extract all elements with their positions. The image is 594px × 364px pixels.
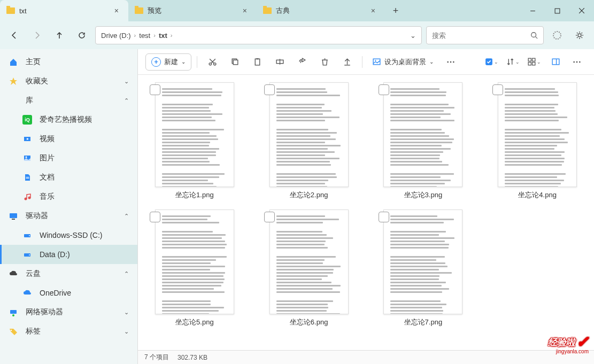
checkbox[interactable] xyxy=(492,84,503,95)
folder-icon xyxy=(6,7,15,14)
checkbox[interactable] xyxy=(264,212,275,222)
sidebar-item-videos[interactable]: 视频 xyxy=(0,129,137,149)
chevron-up-icon[interactable]: ⌃ xyxy=(124,97,129,104)
chevron-down-icon[interactable]: ⌄ xyxy=(124,309,129,316)
checkbox[interactable] xyxy=(379,212,389,222)
file-item[interactable]: 坐忘论7.png xyxy=(374,210,473,327)
sort-icon[interactable]: ⌄ xyxy=(503,53,522,71)
details-pane-icon[interactable] xyxy=(546,53,565,71)
thumbnail[interactable] xyxy=(155,82,234,187)
sidebar-label: 库 xyxy=(26,96,33,105)
sidebar-label: 收藏夹 xyxy=(26,76,48,86)
new-tab-button[interactable]: + xyxy=(385,0,406,21)
close-button[interactable] xyxy=(569,0,594,21)
up-button[interactable] xyxy=(50,26,68,44)
svg-point-34 xyxy=(375,60,376,61)
sidebar-item-drive-d[interactable]: Data (D:) xyxy=(0,245,137,264)
overflow-icon[interactable]: ⋯ xyxy=(567,53,587,71)
more-icon[interactable] xyxy=(337,53,357,71)
chevron-down-icon[interactable]: ⌄ xyxy=(410,32,416,40)
search-input[interactable] xyxy=(432,32,526,40)
thumbnail[interactable] xyxy=(155,210,234,314)
sidebar-item-documents[interactable]: 文档 xyxy=(0,168,137,187)
tabs: txt × 预览 × 古典 × + xyxy=(0,0,520,21)
svg-line-5 xyxy=(536,37,538,39)
sidebar-item-pictures[interactable]: 图片 xyxy=(0,149,137,168)
forward-button[interactable] xyxy=(28,26,46,44)
minimize-button[interactable] xyxy=(520,0,545,21)
chevron-up-icon[interactable]: ⌃ xyxy=(124,213,129,220)
share-icon[interactable] xyxy=(292,53,312,71)
overflow-icon[interactable]: ⋯ xyxy=(441,53,460,71)
breadcrumb[interactable]: Drive (D:) › test › txt › ⌄ xyxy=(95,26,422,44)
close-icon[interactable]: × xyxy=(368,5,379,16)
sidebar-item-cloud[interactable]: 云盘 ⌃ xyxy=(0,264,137,283)
chevron-down-icon: ⌄ xyxy=(181,59,186,65)
file-item[interactable]: 坐忘论4.png xyxy=(488,82,587,200)
copy-icon[interactable] xyxy=(225,53,244,71)
svg-rect-15 xyxy=(10,213,17,218)
sidebar-label: 标签 xyxy=(26,327,41,336)
separator xyxy=(197,56,197,68)
svg-rect-21 xyxy=(10,310,17,314)
sidebar-item-tags[interactable]: 标签 ⌄ xyxy=(0,322,137,341)
thumbnail[interactable] xyxy=(498,82,577,187)
file-item[interactable]: 坐忘论1.png xyxy=(145,82,244,200)
rename-icon[interactable] xyxy=(270,53,289,71)
sidebar-label: 视频 xyxy=(40,134,55,144)
file-item[interactable]: 坐忘论5.png xyxy=(145,210,244,327)
sidebar-item-network[interactable]: 网络驱动器 ⌄ xyxy=(0,303,137,322)
watermark: 经验啦 ✓ jingyanla.com xyxy=(548,335,589,354)
breadcrumb-part[interactable]: test xyxy=(139,32,150,40)
close-icon[interactable]: × xyxy=(111,5,122,16)
sidebar-item-library[interactable]: 库 ⌃ xyxy=(0,91,137,110)
select-icon[interactable]: ⌄ xyxy=(482,53,501,71)
command-bar: + 新建 ⌄ 设为桌面背景 ⌄ ⋯ xyxy=(138,49,594,75)
sidebar-item-drive-c[interactable]: Windows-SSD (C:) xyxy=(0,226,137,245)
checkbox[interactable] xyxy=(379,84,389,95)
set-wallpaper-button[interactable]: 设为桌面背景 ⌄ xyxy=(368,57,438,67)
thumbnail[interactable] xyxy=(383,210,462,314)
sidebar-item-music[interactable]: 音乐 xyxy=(0,187,137,206)
back-button[interactable] xyxy=(5,26,24,44)
search-box[interactable] xyxy=(426,26,544,44)
tab-classic[interactable]: 古典 × xyxy=(257,0,385,21)
thumbnail[interactable] xyxy=(269,82,349,187)
file-name: 坐忘论3.png xyxy=(404,190,443,200)
chevron-up-icon[interactable]: ⌃ xyxy=(124,270,129,277)
svg-rect-39 xyxy=(533,63,535,65)
checkbox[interactable] xyxy=(150,212,160,222)
sidebar-label: 音乐 xyxy=(40,192,55,202)
paste-icon[interactable] xyxy=(248,53,267,71)
file-item[interactable]: 坐忘论6.png xyxy=(260,210,358,327)
sidebar-item-favorites[interactable]: 收藏夹 ⌄ xyxy=(0,72,137,91)
checkbox[interactable] xyxy=(264,84,275,95)
window-controls xyxy=(520,0,594,21)
thumbnail[interactable] xyxy=(269,210,349,314)
thumbnail[interactable] xyxy=(383,82,462,187)
settings-icon[interactable] xyxy=(570,26,589,44)
sidebar-item-drives[interactable]: 驱动器 ⌃ xyxy=(0,206,137,226)
sidebar-item-iqiyi[interactable]: iQ 爱奇艺热播视频 xyxy=(0,110,137,129)
file-item[interactable]: 坐忘论2.png xyxy=(260,82,358,200)
tab-label: txt xyxy=(19,7,27,15)
file-name: 坐忘论4.png xyxy=(518,190,557,200)
checkbox[interactable] xyxy=(150,84,160,95)
delete-icon[interactable] xyxy=(315,53,334,71)
breadcrumb-part[interactable]: Drive (D:) xyxy=(101,32,131,40)
chevron-down-icon[interactable]: ⌄ xyxy=(124,328,129,335)
new-button[interactable]: + 新建 ⌄ xyxy=(145,53,191,71)
sidebar-item-onedrive[interactable]: OneDrive xyxy=(0,283,137,303)
refresh-button[interactable] xyxy=(73,26,91,44)
tab-preview[interactable]: 预览 × xyxy=(128,0,257,21)
star-icon xyxy=(9,76,18,86)
maximize-button[interactable] xyxy=(545,0,569,21)
sidebar-item-home[interactable]: 主页 xyxy=(0,52,137,72)
breadcrumb-part[interactable]: txt xyxy=(159,32,167,40)
file-item[interactable]: 坐忘论3.png xyxy=(374,82,473,200)
cut-icon[interactable] xyxy=(203,53,222,71)
chevron-down-icon[interactable]: ⌄ xyxy=(124,78,129,85)
view-icon[interactable]: ⌄ xyxy=(524,53,544,71)
close-icon[interactable]: × xyxy=(240,5,250,16)
tab-txt[interactable]: txt × xyxy=(0,0,128,21)
